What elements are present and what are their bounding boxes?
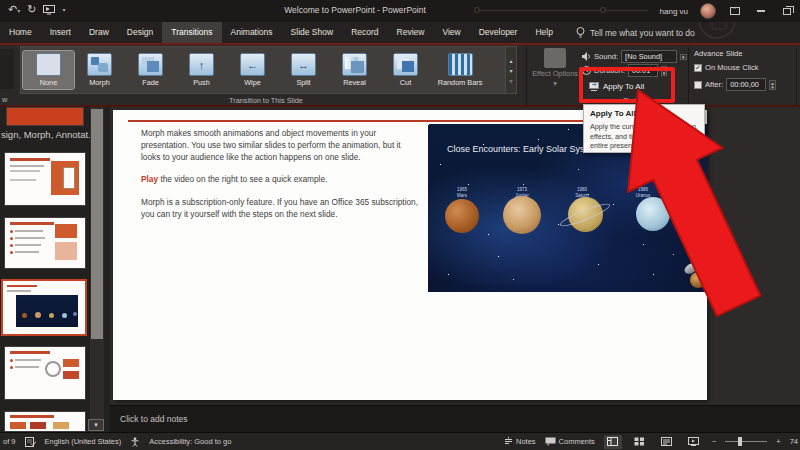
slide-sorter-view-button[interactable] <box>631 435 649 449</box>
planet-label: 1986Uranus <box>623 187 663 198</box>
slide-thumbnail[interactable] <box>5 218 85 268</box>
slide-thumbnail[interactable] <box>5 412 85 431</box>
transition-wipe[interactable]: ← Wipe <box>227 51 278 89</box>
tab-view[interactable]: View <box>433 22 469 43</box>
slide-thumbnail[interactable] <box>7 108 83 125</box>
tab-draw[interactable]: Draw <box>80 22 118 43</box>
zoom-slider[interactable] <box>725 441 767 443</box>
transition-none[interactable]: None <box>23 51 74 89</box>
on-mouse-click-checkbox[interactable]: ✓ <box>694 64 702 72</box>
tab-slideshow[interactable]: Slide Show <box>282 22 343 43</box>
thumb-content <box>63 167 75 189</box>
minimize-button[interactable] <box>754 5 768 17</box>
spacecraft-image <box>684 264 707 292</box>
transition-fade[interactable]: Fade <box>125 51 176 89</box>
scroll-down-button[interactable]: ▼ <box>88 419 104 431</box>
tell-me-box[interactable]: Tell me what you want to do <box>576 27 695 39</box>
transition-push-icon: ↑ <box>189 53 214 76</box>
tab-transitions[interactable]: Transitions <box>162 22 221 43</box>
thumb-content <box>10 244 13 247</box>
scrollbar-thumb[interactable] <box>91 109 103 339</box>
ribbon-display-options-button[interactable] <box>728 5 742 17</box>
language-status[interactable]: English (United States) <box>45 437 122 446</box>
on-mouse-click-row: ✓ On Mouse Click <box>694 63 759 72</box>
thumb-content <box>7 290 31 292</box>
reading-view-button[interactable] <box>658 435 676 449</box>
sound-dropdown-arrow[interactable]: ▾ <box>680 54 687 60</box>
transition-split[interactable]: ↔ Split <box>278 51 329 89</box>
thumb-content <box>10 359 13 362</box>
zoom-slider-thumb[interactable] <box>738 437 742 446</box>
normal-view-button[interactable] <box>604 435 622 449</box>
transition-push[interactable]: ↑ Push <box>176 51 227 89</box>
transition-cut[interactable]: Cut <box>380 51 431 89</box>
thumb-content <box>15 359 41 361</box>
user-avatar[interactable] <box>700 3 716 19</box>
tab-animations[interactable]: Animations <box>222 22 282 43</box>
comments-button[interactable]: Comments <box>545 437 595 446</box>
group-divider <box>796 47 797 105</box>
thumb-content <box>10 351 50 354</box>
preview-group-label-partial: w <box>2 95 7 104</box>
slide-thumbnail[interactable] <box>5 347 85 399</box>
play-link[interactable]: Play <box>141 174 158 184</box>
title-bar: ↶▾ ↻ ▾ Welcome to PowerPoint - PowerPoin… <box>0 0 800 22</box>
chevron-down-icon: ▾ <box>553 80 557 88</box>
slide-thumbnail[interactable] <box>5 153 85 205</box>
planet-uranus <box>636 197 670 231</box>
tab-developer[interactable]: Developer <box>470 22 527 43</box>
apply-to-all-tooltip: Apply To All Apply the current sln. effe… <box>583 104 705 153</box>
account-name[interactable]: hang vu <box>660 7 688 16</box>
transition-random-bars[interactable]: Random Bars <box>431 51 489 89</box>
advance-slide-header: Advance Slide <box>694 49 743 58</box>
transition-wipe-icon: ← <box>240 53 265 76</box>
slideshow-view-button[interactable] <box>685 435 703 449</box>
tab-insert[interactable]: Insert <box>41 22 80 43</box>
zoom-out-button[interactable]: − <box>712 437 716 446</box>
tab-design[interactable]: Design <box>118 22 162 43</box>
sound-select[interactable]: [No Sound] <box>621 50 677 63</box>
slide-counter: of 9 <box>3 437 16 446</box>
tab-help[interactable]: Help <box>526 22 561 43</box>
zoom-level[interactable]: 74 <box>790 437 798 446</box>
thumb-content <box>55 242 77 260</box>
after-time-input[interactable]: 00:00,00 <box>726 78 766 91</box>
restore-button[interactable] <box>780 5 794 17</box>
thumb-content <box>10 251 13 254</box>
transition-morph[interactable]: Morph <box>74 51 125 89</box>
after-spinner[interactable]: ▴▾ <box>769 80 776 90</box>
transition-fade-icon <box>138 53 163 76</box>
proofing-icon[interactable] <box>25 437 36 447</box>
thumb-content <box>10 158 50 161</box>
tab-record[interactable]: Record <box>342 22 387 43</box>
thumb-content <box>10 230 13 233</box>
accessibility-status[interactable]: Accessibility: Good to go <box>149 437 231 446</box>
accessibility-icon <box>130 437 140 447</box>
transition-group-label: Transition to This Slide <box>20 96 512 105</box>
effect-options-button[interactable]: Effect Options ▾ <box>532 48 578 96</box>
tab-home[interactable]: Home <box>0 22 41 43</box>
window-title: Welcome to PowerPoint - PowerPoint <box>0 5 710 15</box>
thumb-content <box>15 237 45 239</box>
after-checkbox[interactable] <box>694 81 702 89</box>
transition-gallery: None Morph Fade ↑ Push ← Wipe ↔ Split <box>20 46 512 94</box>
gallery-more-button[interactable]: ▴▾▿ <box>505 46 517 94</box>
thumb-content <box>10 165 44 167</box>
thumb-content <box>10 415 54 418</box>
slide-thumbnail-current[interactable] <box>3 281 85 334</box>
transition-reveal[interactable]: Reveal <box>329 51 380 89</box>
preview-button-partial[interactable] <box>0 49 14 89</box>
tab-review[interactable]: Review <box>388 22 434 43</box>
notes-pane[interactable]: Click to add notes <box>110 405 800 432</box>
group-divider <box>688 47 689 105</box>
section-label-partial: sign, Morph, Annotat... <box>1 129 96 140</box>
thumbnail-scrollbar[interactable] <box>90 107 104 432</box>
thumb-content <box>63 371 79 379</box>
notes-button[interactable]: Notes <box>504 437 536 446</box>
thumb-content <box>7 285 37 287</box>
sound-row: Sound: [No Sound] ▾ <box>582 50 687 63</box>
current-slide-canvas[interactable]: Morph makes smooth animations and object… <box>113 110 707 400</box>
slide-body-text[interactable]: Morph makes smooth animations and object… <box>141 128 419 232</box>
zoom-in-button[interactable]: + <box>776 437 780 446</box>
slide-paragraph: Morph is a subscription-only feature. If… <box>141 197 419 221</box>
